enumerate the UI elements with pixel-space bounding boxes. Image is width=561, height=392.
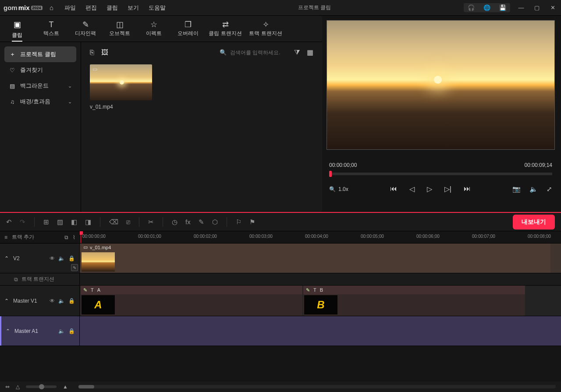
track-mv1-header[interactable]: ⌃ Master V1 👁 🔈 🔒 <box>0 286 80 316</box>
fullscreen-icon[interactable]: ⤢ <box>547 185 552 193</box>
media-sidebar: ＋ 프로젝트 클립 ♡ 즐겨찾기 ▨ 백그라운드 ⌄ ♫ 배경/효과음 ⌄ <box>0 42 81 212</box>
timeline-ruler[interactable]: 00:00:00;0000:00:01;0000:00:02;0000:00:0… <box>80 231 561 243</box>
grid-view-icon[interactable]: ▦ <box>307 48 313 57</box>
pen-icon[interactable]: ✎ <box>306 287 310 293</box>
speaker-icon[interactable]: 🔈 <box>58 255 65 261</box>
collapse-icon[interactable]: ⌃ <box>4 298 10 304</box>
track-ma1-body[interactable] <box>80 316 561 346</box>
step-back-icon[interactable]: ◁ <box>409 185 415 193</box>
menu-help[interactable]: 도움말 <box>149 4 166 12</box>
mask-icon[interactable]: ▨ <box>57 218 63 226</box>
speaker-icon[interactable]: 🔈 <box>58 298 65 304</box>
headset-icon[interactable]: 🎧 <box>466 4 476 11</box>
zoom-slider[interactable] <box>26 385 57 388</box>
save-icon[interactable]: 💾 <box>498 4 508 11</box>
track-ma1-header[interactable]: ⌃ Master A1 🔈 🔒 <box>0 316 80 346</box>
pen-icon[interactable]: ✎ <box>83 287 87 293</box>
marker-in-icon[interactable]: ⚐ <box>236 218 241 226</box>
link-icon[interactable]: ⌇ <box>73 234 75 240</box>
clip-v2[interactable]: ▭v_01.mp4 <box>81 244 550 273</box>
category-tabs: ▣ 클립 T 텍스트 ✎ 디자인팩 ◫ 오브젝트 ☆ 이펙트 ❐ 오버레이 <box>0 16 322 42</box>
menu-file[interactable]: 파일 <box>64 4 76 12</box>
play-icon[interactable]: ▷ <box>427 185 432 193</box>
fx-badge-icon[interactable]: ✎ <box>71 264 78 271</box>
sidebar-item-background[interactable]: ▨ 백그라운드 ⌄ <box>4 78 76 94</box>
tab-overlay[interactable]: ❐ 오버레이 <box>171 19 205 37</box>
home-icon[interactable]: ⌂ <box>45 4 58 11</box>
fit-width-icon[interactable]: ⇔ <box>5 384 10 390</box>
skip-start-icon[interactable]: ⏮ <box>390 185 397 193</box>
collapse-icon[interactable]: ⌃ <box>4 255 10 261</box>
sidebar-item-bgm[interactable]: ♫ 배경/효과음 ⌄ <box>4 94 76 109</box>
add-clip-icon[interactable]: ⊞ <box>43 218 49 226</box>
marker-out-icon[interactable]: ⚑ <box>249 218 255 226</box>
close-icon[interactable]: ✕ <box>548 4 557 11</box>
shield-icon[interactable]: ⬡ <box>212 218 218 226</box>
cut-icon[interactable]: ✂ <box>148 218 154 226</box>
mute-icon[interactable]: 🔈 <box>529 185 538 193</box>
preview-viewport[interactable] <box>327 20 555 150</box>
preview-scrubber[interactable] <box>329 173 552 175</box>
redo-icon[interactable]: ↷ <box>20 218 25 226</box>
export-button[interactable]: 내보내기 <box>513 215 555 230</box>
tab-effect[interactable]: ☆ 이펙트 <box>137 19 171 37</box>
magnet-icon[interactable]: ⧉ <box>64 234 68 240</box>
media-thumb[interactable]: ▭ v_01.mp4 <box>90 64 152 110</box>
tab-text[interactable]: T 텍스트 <box>34 19 68 37</box>
text-clip-a[interactable]: ✎TA A <box>81 286 302 316</box>
import-file-icon[interactable]: ⎘ <box>90 49 94 57</box>
step-fwd-icon[interactable]: ▷| <box>444 185 451 193</box>
tab-track-transition[interactable]: ✧ 트랙 트랜지션 <box>245 19 286 37</box>
titlebar: gom mix 2024 ⌂ 파일 편집 클립 보기 도움말 프로젝트 클립 🎧… <box>0 0 561 16</box>
zoom-in-icon[interactable]: ▲ <box>63 384 68 390</box>
track-v2-header[interactable]: ⌃ V2 👁 🔈 🔒 <box>0 244 80 273</box>
pen-icon[interactable]: ✎ <box>199 218 204 226</box>
skip-end-icon[interactable]: ⏭ <box>464 185 471 193</box>
delete-icon[interactable]: ⌫ <box>109 218 118 226</box>
fx-icon[interactable]: fx <box>185 218 191 226</box>
track-mv1-body[interactable]: ✎TA A ✎TB B <box>80 286 561 316</box>
menu-view[interactable]: 보기 <box>128 4 139 12</box>
text-clip-b[interactable]: ✎TB B <box>303 286 525 316</box>
search-input[interactable] <box>230 49 287 56</box>
minimize-icon[interactable]: — <box>516 4 526 11</box>
speaker-icon[interactable]: 🔈 <box>58 328 65 334</box>
tab-designpack[interactable]: ✎ 디자인팩 <box>68 19 103 37</box>
import-image-icon[interactable]: 🖼 <box>101 49 108 57</box>
globe-icon[interactable]: 🌐 <box>482 4 492 11</box>
ripple-delete-icon[interactable]: ⎚ <box>126 218 130 226</box>
maximize-icon[interactable]: ▢ <box>532 4 542 11</box>
hscroll-thumb[interactable] <box>78 385 94 388</box>
sidebar-item-favorites[interactable]: ♡ 즐겨찾기 <box>4 62 76 78</box>
add-track-label[interactable]: 트랙 추가 <box>12 233 34 241</box>
lock-icon[interactable]: 🔒 <box>68 255 75 261</box>
split-left-icon[interactable]: ◧ <box>71 218 77 226</box>
track-v2-body[interactable]: ▭v_01.mp4 ✎ <box>80 244 561 273</box>
filter-icon[interactable]: ⧩ <box>294 49 300 57</box>
speed-icon[interactable]: ◷ <box>172 218 178 226</box>
collapse-icon[interactable]: ⌃ <box>6 328 11 334</box>
eye-icon[interactable]: 👁 <box>50 255 55 261</box>
split-right-icon[interactable]: ◨ <box>85 218 91 226</box>
zoom-slider-knob[interactable] <box>39 384 44 389</box>
sidebar-item-project-clip[interactable]: ＋ 프로젝트 클립 <box>4 46 76 62</box>
lock-icon[interactable]: 🔒 <box>68 298 75 304</box>
tab-clip-transition[interactable]: ⇄ 클립 트랜지션 <box>205 19 245 37</box>
search-box[interactable]: 🔍 <box>220 49 287 56</box>
list-icon[interactable]: ≡ <box>4 234 7 240</box>
timeline-hscroll[interactable] <box>78 385 556 388</box>
scrubber-handle[interactable] <box>329 171 332 177</box>
tab-clip[interactable]: ▣ 클립 <box>0 19 34 42</box>
track-transition-header[interactable]: ⧉ 트랙 트랜지션 <box>0 273 80 285</box>
track-transition-body[interactable] <box>80 273 561 285</box>
preview-zoom[interactable]: 🔍 1.0x <box>329 186 348 192</box>
snapshot-icon[interactable]: 📷 <box>512 185 521 193</box>
menu-edit[interactable]: 편집 <box>85 4 97 12</box>
undo-icon[interactable]: ↶ <box>6 218 12 226</box>
playhead[interactable] <box>81 231 81 243</box>
lock-icon[interactable]: 🔒 <box>68 328 75 334</box>
zoom-out-icon[interactable]: △ <box>16 384 20 390</box>
eye-icon[interactable]: 👁 <box>50 298 55 304</box>
menu-clip[interactable]: 클립 <box>107 4 118 12</box>
tab-object[interactable]: ◫ 오브젝트 <box>103 19 137 37</box>
